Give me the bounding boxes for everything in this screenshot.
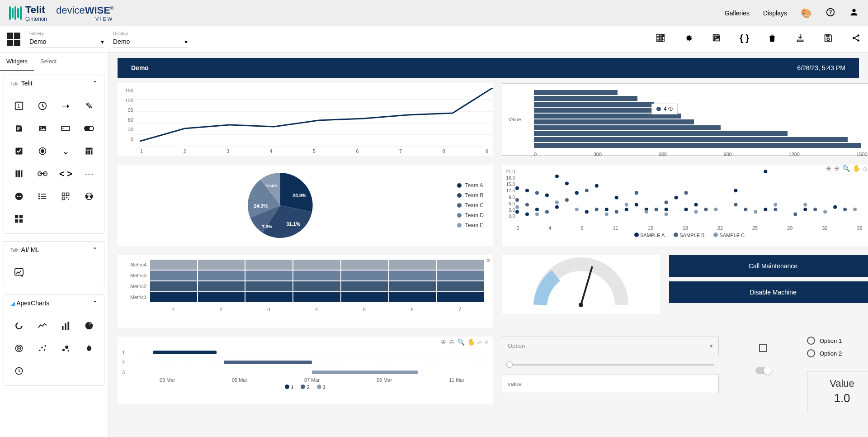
toggle-switch[interactable] bbox=[755, 367, 771, 374]
hbar-y-label: Value bbox=[509, 117, 521, 122]
svg-rect-35 bbox=[41, 194, 46, 195]
palette-icon[interactable]: 🎨 bbox=[801, 8, 812, 19]
svg-point-61 bbox=[41, 347, 43, 348]
pan-icon[interactable]: ✋ bbox=[467, 338, 475, 346]
value-input[interactable] bbox=[502, 375, 719, 393]
widget-bubble-icon[interactable] bbox=[56, 338, 76, 358]
home-icon[interactable]: ⌂ bbox=[478, 338, 481, 346]
svg-point-96 bbox=[665, 208, 668, 211]
display-selector[interactable]: Display Demo▾ bbox=[113, 31, 188, 48]
widget-table-icon[interactable] bbox=[79, 141, 99, 161]
pie-chart-widget[interactable]: 24.9% 31.1% 7.3% 24.3% 12.4% Team A Team… bbox=[118, 165, 493, 246]
zoom-icon[interactable]: 🔍 bbox=[842, 165, 850, 172]
radio-option-2[interactable]: Option 2 bbox=[807, 349, 868, 357]
radio-option-1[interactable]: Option 1 bbox=[807, 337, 868, 345]
pan-icon[interactable]: ✋ bbox=[853, 165, 860, 172]
widget-toggle-icon[interactable] bbox=[79, 119, 99, 138]
widget-pie-icon[interactable] bbox=[79, 316, 99, 336]
svg-point-128 bbox=[575, 208, 579, 211]
section-telit-header[interactable]: TelitTelit ⌃ bbox=[4, 75, 104, 91]
widget-list-icon[interactable] bbox=[32, 186, 53, 206]
widget-circle-dots-icon[interactable] bbox=[9, 186, 29, 206]
chevron-down-icon: ▾ bbox=[710, 342, 713, 349]
svg-rect-21 bbox=[86, 148, 93, 150]
download-icon[interactable] bbox=[795, 33, 805, 45]
widget-button-1-icon[interactable]: 1 bbox=[9, 96, 29, 116]
svg-point-131 bbox=[645, 210, 648, 214]
menu-icon[interactable]: ≡ bbox=[485, 338, 488, 346]
disable-machine-button[interactable]: Disable Machine bbox=[669, 281, 868, 303]
widget-menu-icon[interactable]: ≡ bbox=[486, 257, 490, 264]
svg-point-92 bbox=[615, 196, 618, 200]
gallery-selector[interactable]: Gallery Demo▾ bbox=[29, 31, 104, 48]
hbar-chart-widget[interactable]: ≡ Value 470 0 300 bbox=[502, 83, 868, 156]
widget-chevron-down-icon[interactable]: ⌄ bbox=[56, 141, 76, 161]
home-icon[interactable]: ⌂ bbox=[863, 165, 867, 172]
action-buttons: Call Maintenance Disable Machine bbox=[669, 255, 868, 328]
widget-arrows-icon[interactable]: ➝ bbox=[56, 96, 76, 116]
section-aiml-header[interactable]: TelitAI/ ML ⌃ bbox=[4, 242, 104, 258]
widget-input-icon[interactable] bbox=[56, 119, 76, 138]
widget-radial-icon[interactable] bbox=[9, 338, 29, 358]
option-select[interactable]: Option▾ bbox=[502, 337, 719, 355]
top-bar: Telit Cinterion deviceWISE® VIEW Galleri… bbox=[0, 0, 868, 26]
tab-widgets[interactable]: Widgets bbox=[0, 52, 34, 71]
section-apex-header[interactable]: ◢ ApexCharts ⌃ bbox=[4, 295, 104, 311]
delete-icon[interactable] bbox=[767, 33, 777, 45]
help-icon[interactable] bbox=[826, 7, 835, 19]
zoom-in-icon[interactable]: ⊕ bbox=[441, 338, 446, 346]
svg-rect-53 bbox=[62, 326, 64, 330]
widget-line-icon[interactable] bbox=[32, 316, 53, 336]
save-icon[interactable] bbox=[823, 33, 833, 45]
widget-clock2-icon[interactable] bbox=[9, 361, 29, 381]
heatmap-widget[interactable]: ≡ Metric4 Metric3 Metric2 Metric1 123456… bbox=[118, 255, 493, 328]
checkbox[interactable] bbox=[759, 344, 767, 352]
widget-columns-icon[interactable] bbox=[9, 164, 29, 184]
svg-point-59 bbox=[19, 348, 19, 349]
widget-checkbox-icon[interactable] bbox=[9, 141, 29, 161]
settings-icon[interactable] bbox=[684, 33, 693, 45]
widget-scatter-icon[interactable] bbox=[32, 338, 53, 358]
widget-qr-icon[interactable] bbox=[56, 186, 76, 206]
widget-grid4-icon[interactable] bbox=[9, 209, 29, 229]
line-chart-widget[interactable]: 150 120 90 60 30 0 1 2 3 4 5 6 bbox=[118, 83, 493, 156]
zoom-out-icon[interactable]: ⊖ bbox=[449, 338, 454, 346]
widget-code-icon[interactable]: < > bbox=[56, 164, 76, 184]
widget-ai-image-icon[interactable] bbox=[9, 262, 29, 282]
zoom-out-icon[interactable]: ⊖ bbox=[834, 165, 840, 172]
widget-clock-icon[interactable] bbox=[32, 96, 53, 116]
widget-bar-icon[interactable] bbox=[56, 316, 76, 336]
widget-dots-icon[interactable]: ⋯ bbox=[79, 164, 99, 184]
devicewise-logo-sub: VIEW bbox=[56, 16, 113, 22]
dashboard-icon[interactable] bbox=[7, 33, 20, 46]
braces-icon[interactable]: { } bbox=[740, 33, 749, 45]
zoom-icon[interactable]: 🔍 bbox=[457, 338, 465, 346]
slider[interactable] bbox=[506, 364, 714, 366]
zoom-in-icon[interactable]: ⊕ bbox=[826, 165, 831, 172]
scatter-chart-widget[interactable]: ⊕ ⊖ 🔍 ✋ ⌂ ≡ 21.0 18.0 15.0 12.0 9.0 6.0 bbox=[502, 165, 868, 246]
nav-galleries[interactable]: Galleries bbox=[725, 10, 750, 17]
user-icon[interactable] bbox=[849, 7, 859, 19]
widget-radio-icon[interactable] bbox=[32, 141, 53, 161]
gantt-chart-widget[interactable]: ⊕ ⊖ 🔍 ✋ ⌂ ≡ 1 2 3 03 Mar 05 Ma bbox=[118, 337, 493, 404]
widget-link-icon[interactable] bbox=[32, 164, 53, 184]
svg-point-85 bbox=[555, 175, 559, 178]
gauge-widget[interactable] bbox=[502, 255, 660, 314]
widget-radiation-icon[interactable] bbox=[79, 186, 99, 206]
chevron-up-icon: ⌃ bbox=[92, 299, 98, 307]
svg-text:7.3%: 7.3% bbox=[262, 224, 273, 229]
widget-document-icon[interactable] bbox=[9, 119, 29, 138]
svg-point-110 bbox=[565, 198, 569, 202]
widget-flame-icon[interactable] bbox=[79, 338, 99, 358]
svg-rect-50 bbox=[19, 219, 23, 223]
widget-donut-icon[interactable] bbox=[9, 316, 29, 336]
image-icon[interactable] bbox=[712, 33, 722, 45]
svg-text:31.1%: 31.1% bbox=[287, 221, 301, 227]
share-icon[interactable] bbox=[851, 33, 861, 45]
call-maintenance-button[interactable]: Call Maintenance bbox=[669, 255, 868, 277]
widget-image-icon[interactable] bbox=[32, 119, 53, 138]
nav-displays[interactable]: Displays bbox=[763, 10, 787, 17]
grid-icon[interactable] bbox=[656, 33, 665, 45]
widget-pencil-icon[interactable]: ✎ bbox=[79, 96, 99, 116]
tab-select[interactable]: Select bbox=[34, 52, 63, 71]
